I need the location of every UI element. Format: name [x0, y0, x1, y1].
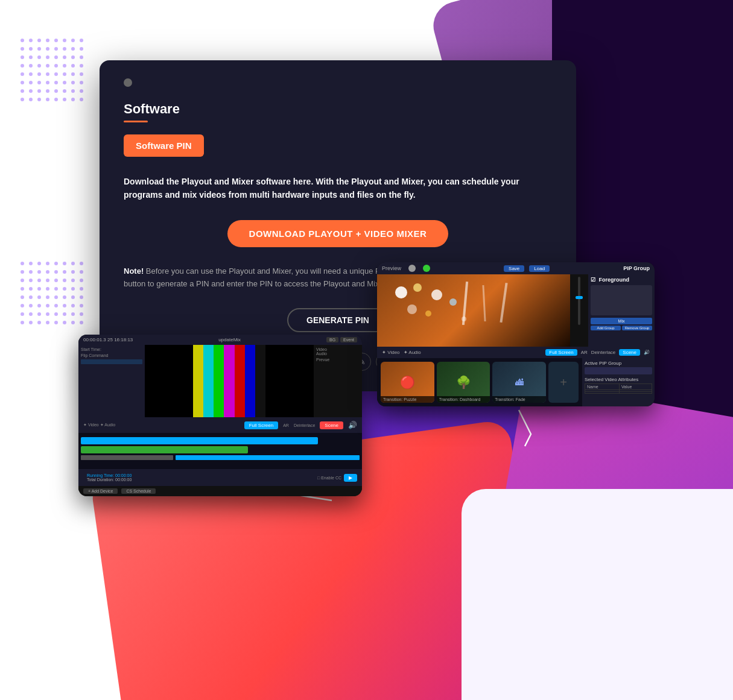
generate-pin-button[interactable]: GENERATE PIN [287, 308, 389, 332]
thumb-label-1: Transition: Puzzle [381, 396, 434, 403]
thumbnail-2[interactable]: 🌳 Transition: Dashboard [437, 362, 490, 403]
total-time-label: Total Duration: 00:00:00 [87, 478, 310, 482]
active-pip-input[interactable] [585, 367, 652, 374]
enable-cc-label: □ Enable CC [317, 476, 341, 480]
playout-header-btns: BG Event [326, 337, 357, 342]
mixer-fullscreen-btn[interactable]: Full Screen [545, 349, 577, 356]
bokeh-6 [425, 311, 431, 317]
mixer-indicator-1 [408, 265, 416, 272]
playout-info-bar [81, 359, 142, 364]
thumbnail-1[interactable]: 🔴 Transition: Puzzle [381, 362, 434, 403]
attrs-name-col: Name [585, 384, 620, 390]
playout-right-labels: VideoAudioPrevue [316, 347, 360, 362]
color-bars [193, 345, 265, 417]
timeline-audio-track [81, 446, 248, 453]
bokeh-1 [395, 286, 407, 298]
note-label: Note! [124, 266, 144, 276]
playout-running-info: Running Time: 00:00:00 Total Duration: 0… [83, 471, 314, 484]
software-pin-tab[interactable]: Software PIN [124, 134, 204, 157]
download-button[interactable]: DOWNLOAD PLAYOUT + VIDEO MIXER [227, 220, 449, 247]
bokeh-4 [449, 298, 457, 306]
mixer-fader-panel [570, 274, 588, 347]
light-bar-2 [482, 285, 486, 321]
window-close-button[interactable] [124, 78, 132, 87]
color-bar-red [235, 345, 245, 417]
mixer-attrs-panel: Active PIP Group Selected Video Attribut… [582, 358, 655, 406]
mixer-audio-label: ✦ Audio [404, 350, 421, 355]
mixer-controls-row: ✦ Video ✦ Audio Full Screen AR Deinterla… [377, 347, 655, 358]
mixer-add-group-btn[interactable]: Add Group [591, 326, 621, 330]
playout-cs-schedule-btn[interactable]: CS Schedule [121, 488, 156, 494]
playout-bottom-btns: □ Enable CC ▶ [317, 471, 357, 484]
playout-timeline [78, 433, 362, 469]
playout-left-panel: Start Time: Flip Command [78, 345, 145, 417]
color-bar-green [214, 345, 224, 417]
playout-play-btn[interactable]: ▶ [344, 474, 357, 482]
playout-fullscreen-btn[interactable]: Full Screen [244, 421, 278, 429]
pip-group-label: PIP Group [623, 265, 650, 271]
mixer-app-card: Preview Save Load PIP Group [377, 262, 655, 406]
timeline-video-track [81, 437, 318, 444]
playout-scene-btn[interactable]: Scene [320, 421, 343, 429]
attrs-value-col: Value [619, 384, 652, 390]
color-bar-yellow [193, 345, 203, 417]
mixer-preview-area: ☑ Foreground Mix Add Group Remove Group [377, 274, 655, 347]
mixer-main-preview [377, 274, 570, 347]
mixer-volume-icon: 🔊 [644, 350, 650, 355]
card-description: Download the Playout and Mixer software … [124, 175, 552, 202]
playout-ar-label: AR [283, 423, 289, 427]
playout-bottom: Running Time: 00:00:00 Total Duration: 0… [78, 469, 362, 486]
thumb-add-icon: + [548, 362, 579, 403]
timeline-extra-tracks [81, 455, 360, 460]
playout-update-label: updateMix [218, 337, 241, 342]
mixer-fader-handle[interactable] [576, 296, 583, 299]
color-bar-black [255, 345, 265, 417]
attrs-table: Name Value [585, 383, 652, 394]
playout-start-label: Start Time: [81, 347, 142, 352]
mixer-deinterlace-label: Deinterlace [591, 350, 615, 355]
playout-right-panel: VideoAudioPrevue [314, 345, 362, 417]
mixer-video-label: ✦ Video [382, 350, 400, 355]
dot-grid-mid-left [18, 259, 86, 327]
playout-add-device-btn[interactable]: + Add Device [83, 488, 118, 494]
title-underline [124, 121, 148, 122]
dot-grid-top-left [18, 36, 86, 104]
selected-video-label: Selected Video Attributes [585, 377, 652, 382]
mixer-group-btns: Add Group Remove Group [591, 326, 652, 330]
playout-time-display: 00:00:01.3 25 16:18:13 [83, 337, 133, 342]
card-title: Software [124, 101, 552, 117]
bokeh-3 [431, 289, 442, 300]
pip-preview-area [591, 285, 652, 315]
thumb-label-2: Transition: Dashboard [437, 396, 490, 403]
thumbnail-add[interactable]: + [548, 362, 579, 403]
bg-shape-white-bottom [462, 489, 733, 700]
attrs-header-row: Name Value [585, 384, 652, 390]
pip-title: ☑ Foreground [591, 277, 652, 283]
attrs-row-2 [585, 392, 652, 394]
playout-app-card: 00:00:01.3 25 16:18:13 updateMix BG Even… [78, 335, 362, 496]
color-bar-blue [245, 345, 255, 417]
active-pip-label: Active PIP Group [585, 361, 652, 366]
mixer-scene-btn[interactable]: Scene [619, 349, 640, 356]
mixer-preview-label: Preview [382, 265, 401, 271]
thumbnail-3[interactable]: 🏙 Transition: Fade [492, 362, 546, 403]
playout-event-btn[interactable]: Event [340, 337, 357, 342]
mixer-thumbnails: 🔴 Transition: Puzzle 🌳 Transition: Dashb… [377, 358, 582, 406]
mixer-mix-btn[interactable]: Mix [591, 318, 652, 324]
mixer-load-btn[interactable]: Load [529, 265, 550, 272]
playout-volume-icon: 🔊 [348, 421, 357, 429]
playout-header: 00:00:01.3 25 16:18:13 updateMix BG Even… [78, 335, 362, 345]
playout-bg-btn[interactable]: BG [326, 337, 338, 342]
color-bar-magenta [224, 345, 234, 417]
mixer-indicator-2 [423, 265, 430, 272]
mixer-header: Preview Save Load PIP Group [377, 262, 655, 274]
track-extra-2 [176, 455, 360, 460]
mixer-preview-image [377, 274, 570, 347]
mixer-remove-group-btn[interactable]: Remove Group [622, 326, 652, 330]
mixer-save-btn[interactable]: Save [504, 265, 524, 272]
playout-deinterlace-label: Deinterlace [294, 423, 315, 427]
thumb-label-3: Transition: Fade [492, 396, 546, 403]
pip-checkbox-icon: ☑ [591, 277, 595, 283]
mixer-fader-track [578, 277, 580, 325]
playout-controls: ✦ Video ✦ Audio Full Screen AR Deinterla… [78, 417, 362, 433]
